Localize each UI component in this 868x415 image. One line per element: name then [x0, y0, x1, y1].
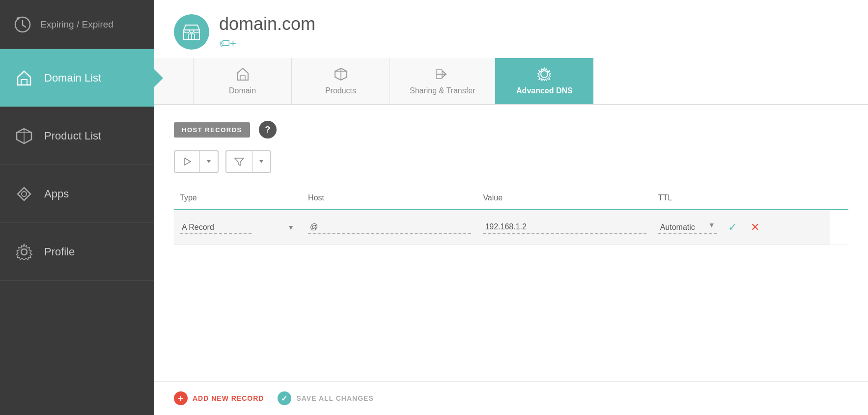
svg-rect-11: [240, 76, 245, 80]
filter-button[interactable]: [225, 150, 271, 173]
svg-marker-19: [259, 160, 263, 163]
sidebar-domain-list-label: Domain List: [44, 72, 101, 84]
manage-button[interactable]: [174, 150, 219, 173]
home-icon: [14, 68, 34, 88]
col-host: Host: [302, 187, 477, 210]
advanced-dns-tab-label: Advanced DNS: [516, 86, 573, 95]
tab-domain[interactable]: Domain: [194, 58, 292, 104]
sidebar-profile-label: Profile: [44, 246, 75, 258]
toolbar: [174, 150, 848, 173]
confirm-record-button[interactable]: ✓: [725, 219, 740, 236]
table-body: A Record CNAME Record MX Record TXT Reco…: [174, 210, 848, 245]
add-record-label: ADD NEW RECORD: [193, 394, 264, 402]
delete-record-button[interactable]: ✕: [748, 219, 762, 236]
domain-header: domain.com 🏷+: [154, 0, 868, 58]
table-header: Type Host Value TTL: [174, 187, 848, 210]
domain-icon: [174, 14, 209, 50]
host-records-badge: HOST RECORDS: [174, 122, 250, 138]
add-new-record-button[interactable]: + ADD NEW RECORD: [174, 391, 264, 405]
record-type-select[interactable]: A Record CNAME Record MX Record TXT Reco…: [180, 221, 252, 234]
add-record-plus-icon: +: [174, 391, 188, 405]
domain-title-wrap: domain.com 🏷+: [219, 14, 315, 50]
sidebar-item-domain-list[interactable]: Domain List: [0, 49, 154, 107]
sidebar: Expiring / Expired Domain List Product L…: [0, 0, 154, 415]
advanced-dns-tab-icon: [537, 67, 552, 82]
sidebar-item-apps[interactable]: Apps: [0, 165, 154, 223]
sidebar-item-expiring[interactable]: Expiring / Expired: [0, 0, 154, 49]
domain-name: domain.com: [219, 14, 315, 34]
tab-bar: Domain Products Sharing & Transfer: [154, 58, 868, 105]
sidebar-item-product-list[interactable]: Product List: [0, 107, 154, 165]
sidebar-item-profile[interactable]: Profile: [0, 223, 154, 281]
domain-tab-label: Domain: [229, 86, 256, 95]
main-content: domain.com 🏷+ Domain: [154, 0, 868, 415]
svg-rect-3: [21, 80, 27, 85]
tab-advanced-dns[interactable]: Advanced DNS: [495, 58, 593, 104]
tab-sharing[interactable]: Sharing & Transfer: [390, 58, 495, 104]
col-value: Value: [477, 187, 652, 210]
gear-icon: [14, 242, 34, 262]
record-ttl-cell: Automatic 1 min 5 min 30 min 1 hour ▼ ✓ …: [652, 210, 830, 245]
svg-line-2: [23, 25, 26, 27]
save-label: SAVE ALL CHANGES: [296, 394, 373, 402]
svg-marker-17: [207, 160, 211, 163]
record-host-input[interactable]: [308, 221, 471, 234]
tab-products[interactable]: Products: [292, 58, 390, 104]
record-type-cell: A Record CNAME Record MX Record TXT Reco…: [174, 210, 302, 245]
col-actions: [830, 187, 848, 210]
clock-icon: [14, 16, 31, 33]
sharing-tab-icon: [435, 67, 450, 82]
box-icon: [14, 126, 34, 146]
svg-marker-18: [235, 158, 244, 166]
save-all-changes-button[interactable]: ✓ SAVE ALL CHANGES: [278, 391, 373, 405]
play-icon: [175, 151, 200, 172]
svg-point-15: [541, 71, 548, 78]
host-records-bar: HOST RECORDS ?: [174, 121, 848, 138]
record-type-select-wrap: A Record CNAME Record MX Record TXT Reco…: [180, 221, 296, 234]
col-type: Type: [174, 187, 302, 210]
sidebar-apps-label: Apps: [44, 188, 69, 200]
save-check-icon: ✓: [278, 391, 291, 405]
filter-icon: [226, 151, 252, 172]
record-value-input[interactable]: [483, 221, 646, 234]
tag-icon[interactable]: 🏷+: [219, 37, 315, 50]
products-tab-icon: [334, 67, 348, 82]
svg-point-7: [21, 249, 27, 255]
dns-table: Type Host Value TTL A Record CNAME Recor…: [174, 187, 848, 245]
domain-tab-icon: [235, 67, 250, 82]
table-row: A Record CNAME Record MX Record TXT Reco…: [174, 210, 848, 245]
record-ttl-wrap: Automatic 1 min 5 min 30 min 1 hour ▼ ✓ …: [658, 219, 824, 236]
filter-dropdown-arrow[interactable]: [252, 153, 270, 170]
sharing-tab-label: Sharing & Transfer: [410, 86, 475, 95]
record-value-cell: [477, 210, 652, 245]
diamond-icon: [14, 184, 34, 204]
products-tab-label: Products: [325, 86, 356, 95]
sidebar-expiring-label: Expiring / Expired: [40, 19, 113, 30]
manage-dropdown-arrow[interactable]: [200, 153, 218, 170]
col-ttl: TTL: [652, 187, 830, 210]
sidebar-product-list-label: Product List: [44, 130, 101, 142]
content-area: HOST RECORDS ?: [154, 105, 868, 381]
record-ttl-select[interactable]: Automatic 1 min 5 min 30 min 1 hour: [658, 221, 717, 234]
type-select-arrow: ▼: [287, 223, 294, 231]
svg-marker-16: [185, 158, 191, 165]
ttl-select-wrap: Automatic 1 min 5 min 30 min 1 hour ▼: [658, 221, 717, 234]
bottom-bar: + ADD NEW RECORD ✓ SAVE ALL CHANGES: [154, 381, 868, 415]
help-icon[interactable]: ?: [259, 121, 277, 138]
svg-point-6: [22, 192, 27, 196]
record-host-cell: [302, 210, 477, 245]
